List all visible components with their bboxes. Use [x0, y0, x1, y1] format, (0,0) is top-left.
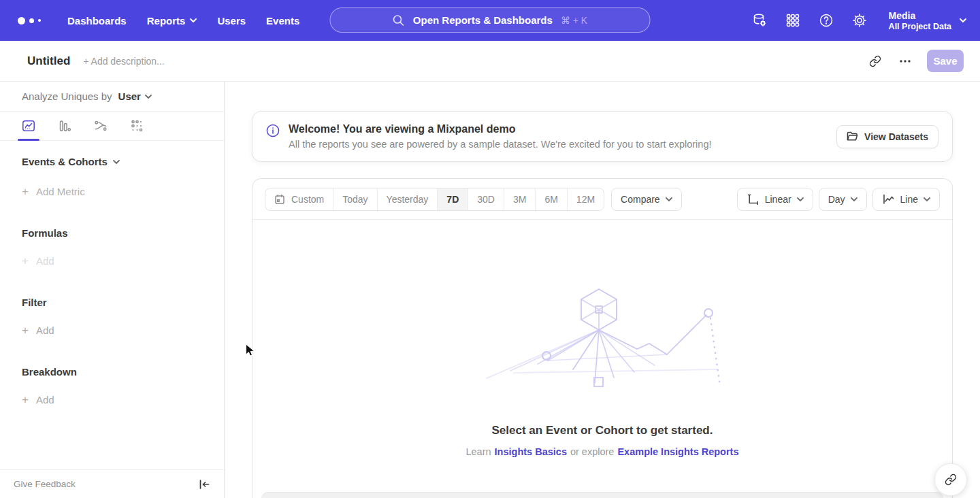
insights-basics-link[interactable]: Insights Basics — [495, 446, 567, 457]
axis-scale-icon — [747, 193, 760, 205]
nav-reports[interactable]: Reports — [137, 0, 208, 41]
filter-header: Filter — [22, 297, 202, 308]
add-breakdown-button[interactable]: + Add — [22, 394, 202, 405]
nav-events[interactable]: Events — [256, 0, 310, 41]
project-name: Media — [889, 10, 951, 22]
plus-icon: + — [22, 394, 29, 405]
add-metric-button[interactable]: + Add Metric — [22, 186, 202, 197]
floating-link-button[interactable] — [934, 463, 967, 496]
top-nav: Dashboards Reports Users Events Open Rep… — [0, 0, 980, 41]
analyze-by-dropdown[interactable]: User — [118, 90, 152, 102]
chevron-down-icon — [960, 18, 966, 22]
sidebar-footer: Give Feedback — [0, 469, 224, 498]
range-7d[interactable]: 7D — [437, 188, 468, 210]
line-chart-icon — [21, 118, 36, 133]
chevron-down-icon — [666, 197, 672, 201]
plus-icon: + — [22, 186, 29, 197]
dots-grid-icon — [129, 118, 144, 133]
data-management-icon[interactable] — [751, 12, 768, 29]
report-controls: Custom Today Yesterday 7D 30D 3M 6M 12M … — [252, 179, 952, 220]
range-3m[interactable]: 3M — [504, 188, 535, 210]
save-button[interactable]: Save — [927, 50, 964, 72]
nav-users[interactable]: Users — [207, 0, 256, 41]
project-selector[interactable]: Media All Project Data — [889, 10, 966, 31]
copy-link-button[interactable] — [863, 49, 887, 73]
mixpanel-logo-icon[interactable] — [18, 17, 41, 24]
banner-title: Welcome! You are viewing a Mixpanel demo — [289, 123, 712, 135]
folder-icon — [847, 131, 858, 142]
plus-icon: + — [22, 255, 29, 267]
range-custom[interactable]: Custom — [265, 188, 333, 210]
bar-chart-tab[interactable] — [55, 112, 74, 141]
report-main-area: Welcome! You are viewing a Mixpanel demo… — [225, 82, 980, 498]
chevron-down-icon — [190, 18, 197, 22]
link-icon — [869, 55, 881, 67]
chevron-down-icon — [797, 197, 804, 201]
metric-type-tabs — [0, 112, 224, 141]
demo-banner: Welcome! You are viewing a Mixpanel demo… — [252, 111, 953, 162]
apps-grid-icon[interactable] — [785, 12, 801, 29]
settings-gear-icon[interactable] — [851, 12, 868, 29]
add-filter-button[interactable]: + Add — [22, 325, 202, 336]
banner-body: All the reports you see are powered by a… — [289, 139, 712, 150]
report-title[interactable]: Untitled — [27, 54, 70, 68]
retention-dots-tab[interactable] — [127, 112, 146, 141]
empty-state-illustration — [473, 288, 732, 390]
events-cohorts-header[interactable]: Events & Cohorts — [22, 156, 202, 167]
global-search-input[interactable]: Open Reports & Dashboards ⌘ + K — [330, 7, 651, 33]
insights-line-tab[interactable] — [19, 112, 38, 141]
date-range-segmented-control: Custom Today Yesterday 7D 30D 3M 6M 12M — [265, 188, 604, 211]
range-30d[interactable]: 30D — [468, 188, 504, 210]
search-shortcut: ⌘ + K — [561, 15, 587, 26]
bar-chart-icon — [57, 118, 72, 133]
info-icon — [266, 124, 280, 137]
empty-state-subtitle: Learn Insights Basics or explore Example… — [252, 446, 952, 457]
interval-dropdown[interactable]: Day — [819, 188, 867, 211]
calendar-icon — [274, 194, 285, 205]
range-6m[interactable]: 6M — [535, 188, 566, 210]
report-card: Custom Today Yesterday 7D 30D 3M 6M 12M … — [252, 178, 953, 498]
report-header: Untitled + Add description... Save — [0, 41, 980, 82]
link-icon — [945, 474, 957, 486]
search-placeholder: Open Reports & Dashboards — [413, 14, 553, 26]
nav-dashboards[interactable]: Dashboards — [57, 0, 137, 41]
flow-icon — [93, 118, 108, 133]
chart-type-dropdown[interactable]: Line — [872, 188, 940, 211]
example-insights-reports-link[interactable]: Example Insights Reports — [617, 446, 738, 457]
give-feedback-link[interactable]: Give Feedback — [14, 479, 76, 489]
collapse-sidebar-icon[interactable] — [198, 479, 210, 490]
chevron-down-icon — [851, 197, 858, 201]
project-scope: All Project Data — [889, 22, 951, 31]
ellipsis-icon — [900, 60, 911, 63]
compare-dropdown[interactable]: Compare — [611, 188, 682, 211]
scale-dropdown[interactable]: Linear — [737, 188, 813, 211]
flow-tab[interactable] — [91, 112, 110, 141]
analyze-row: Analyze Uniques by User — [0, 82, 224, 112]
empty-state-title: Select an Event or Cohort to get started… — [252, 424, 952, 437]
query-builder-sidebar: Analyze Uniques by User — [0, 82, 225, 498]
formulas-header: Formulas — [22, 227, 202, 239]
plus-icon: + — [22, 325, 29, 336]
empty-state: Select an Event or Cohort to get started… — [252, 220, 952, 457]
help-icon[interactable] — [818, 12, 834, 29]
more-options-button[interactable] — [893, 49, 917, 73]
range-yesterday[interactable]: Yesterday — [377, 188, 438, 210]
add-description-field[interactable]: + Add description... — [83, 56, 164, 67]
range-12m[interactable]: 12M — [567, 188, 604, 210]
view-datasets-button[interactable]: View Datasets — [836, 125, 938, 148]
line-chart-icon — [882, 193, 895, 205]
chevron-down-icon — [924, 197, 930, 201]
next-section-peek — [261, 492, 943, 498]
search-icon — [393, 14, 405, 27]
range-today[interactable]: Today — [333, 188, 376, 210]
chevron-down-icon — [145, 95, 152, 99]
breakdown-header: Breakdown — [22, 366, 202, 378]
chevron-down-icon — [113, 160, 120, 164]
add-formula-button[interactable]: + Add — [22, 255, 202, 267]
analyze-label: Analyze Uniques by — [22, 90, 112, 102]
